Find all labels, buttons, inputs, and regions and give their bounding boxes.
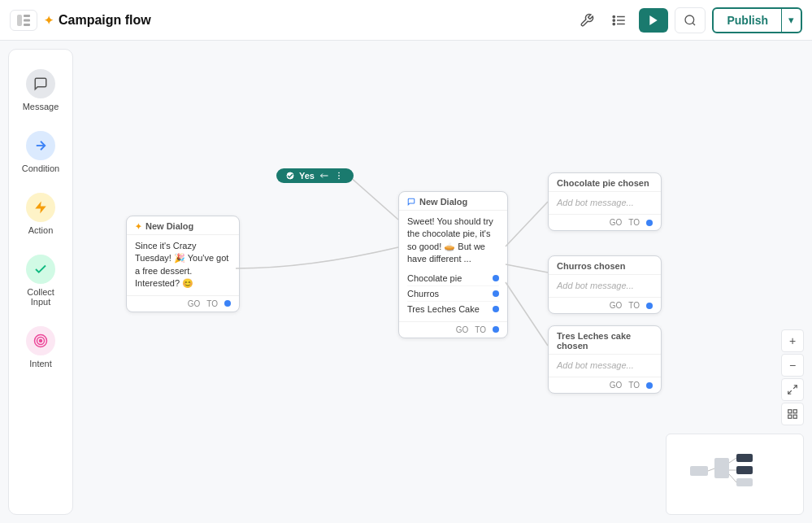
node5-title: Tres Leches cake chosen [557, 331, 653, 351]
node2-choices: Chocolate pie Churros Tres Leches Cake [407, 271, 499, 316]
node5-body: Add bot message... [549, 355, 661, 377]
svg-point-20 [338, 176, 339, 177]
node-tres-leches: Tres Leches cake chosen Add bot message.… [548, 325, 662, 394]
svg-line-37 [729, 474, 736, 482]
publish-caret-button[interactable]: ▾ [781, 9, 801, 32]
svg-rect-26 [793, 410, 797, 413]
node3-footer: GO TO [549, 214, 661, 230]
node5-connector[interactable] [646, 382, 653, 389]
components-panel: Message Condition Action CollectInput [8, 49, 73, 515]
node2-title: New Dialog [419, 197, 467, 207]
svg-point-9 [614, 23, 615, 24]
node1-connector[interactable] [224, 300, 231, 307]
node5-footer: GO TO [549, 377, 661, 393]
choice-label-3: Tres Leches Cake [407, 304, 480, 314]
tools-button[interactable] [574, 7, 600, 33]
header-right: Publish ▾ [574, 7, 802, 33]
minimap[interactable] [666, 434, 804, 515]
node4-body: Add bot message... [549, 275, 661, 297]
node3-connector[interactable] [646, 220, 653, 226]
choice-connector-2[interactable] [493, 290, 499, 297]
node4-connector[interactable] [646, 303, 653, 309]
node-choice-dialog: New Dialog Sweet! You should try the cho… [398, 191, 508, 338]
svg-rect-31 [736, 454, 753, 462]
node4-placeholder: Add bot message... [557, 280, 653, 292]
node4-to[interactable]: TO [628, 301, 640, 310]
sidebar-item-intent[interactable]: Intent [15, 320, 67, 375]
zoom-in-button[interactable]: + [781, 329, 804, 352]
sidebar-toggle-button[interactable] [10, 10, 37, 31]
node3-to[interactable]: TO [628, 218, 640, 227]
app-header: ✦ Campaign flow Publish ▾ [0, 0, 812, 41]
node2-to[interactable]: TO [475, 325, 486, 334]
node4-go[interactable]: GO [610, 301, 623, 310]
grid-view-button[interactable] [781, 403, 804, 425]
intent-icon [26, 326, 55, 355]
svg-point-22 [338, 178, 339, 179]
condition-icon [26, 131, 55, 160]
node2-footer: GO TO [399, 321, 507, 338]
sidebar-item-message[interactable]: Message [15, 63, 67, 118]
node1-header: ✦ New Dialog [127, 216, 239, 235]
yes-pill-label: Yes [299, 171, 315, 181]
svg-rect-29 [690, 466, 708, 476]
svg-line-35 [729, 458, 736, 463]
sidebar-item-action[interactable]: Action [15, 186, 67, 242]
svg-point-11 [685, 15, 694, 24]
node5-go[interactable]: GO [610, 381, 623, 390]
node2-header: New Dialog [399, 192, 507, 211]
svg-rect-30 [714, 458, 729, 478]
choice-connector-3[interactable] [493, 306, 499, 312]
node3-placeholder: Add bot message... [557, 197, 653, 209]
node4-title: Churros chosen [557, 261, 625, 271]
svg-rect-28 [788, 415, 792, 418]
node5-placeholder: Add bot message... [557, 360, 653, 372]
action-label: Action [28, 225, 54, 235]
node1-go[interactable]: GO [188, 299, 201, 308]
zoom-controls: + − [781, 329, 804, 425]
publish-button[interactable]: Publish [714, 9, 781, 32]
play-button[interactable] [639, 8, 668, 33]
choice-connector-1[interactable] [493, 275, 499, 281]
node2-connector[interactable] [493, 326, 499, 333]
svg-rect-3 [24, 24, 30, 26]
node5-to[interactable]: TO [628, 381, 640, 390]
sidebar-item-collect-input[interactable]: CollectInput [15, 248, 67, 313]
node-chocolate-pie: Chocolate pie chosen Add bot message... … [548, 172, 662, 231]
action-icon [26, 193, 55, 222]
node1-footer: GO TO [127, 295, 239, 312]
zoom-out-button[interactable]: − [781, 354, 804, 377]
collect-input-icon [26, 255, 55, 284]
list-view-button[interactable] [606, 7, 632, 33]
publish-group: Publish ▾ [712, 7, 802, 33]
node2-go[interactable]: GO [456, 325, 469, 334]
svg-line-23 [793, 386, 797, 389]
svg-line-34 [708, 469, 714, 471]
svg-point-21 [338, 172, 339, 173]
node1-sparkle-icon: ✦ [135, 222, 141, 231]
title-text: Campaign flow [59, 13, 151, 28]
node3-header: Chocolate pie chosen [549, 173, 661, 192]
svg-rect-32 [736, 466, 753, 474]
fit-view-button[interactable] [781, 378, 804, 401]
app-title: ✦ Campaign flow [44, 13, 151, 28]
svg-rect-27 [793, 415, 797, 418]
node3-go[interactable]: GO [610, 218, 623, 227]
node1-text: Since it's Crazy Tuesday! 🎉 You've got a… [135, 240, 231, 290]
condition-label: Condition [22, 163, 59, 173]
svg-line-12 [693, 23, 696, 25]
message-icon [26, 69, 55, 98]
message-label: Message [23, 102, 59, 111]
collect-input-label: CollectInput [27, 287, 54, 307]
node5-header: Tres Leches cake chosen [549, 326, 661, 355]
svg-rect-1 [24, 15, 30, 17]
node4-footer: GO TO [549, 297, 661, 313]
yes-pill[interactable]: Yes [276, 168, 354, 183]
node1-to[interactable]: TO [206, 299, 218, 308]
svg-point-7 [614, 15, 615, 17]
choice-churros: Churros [407, 286, 499, 302]
choice-label-1: Chocolate pie [407, 273, 462, 283]
search-button[interactable] [675, 7, 706, 33]
sidebar-item-condition[interactable]: Condition [15, 124, 67, 180]
node2-body: Sweet! You should try the chocolate pie,… [399, 211, 507, 321]
